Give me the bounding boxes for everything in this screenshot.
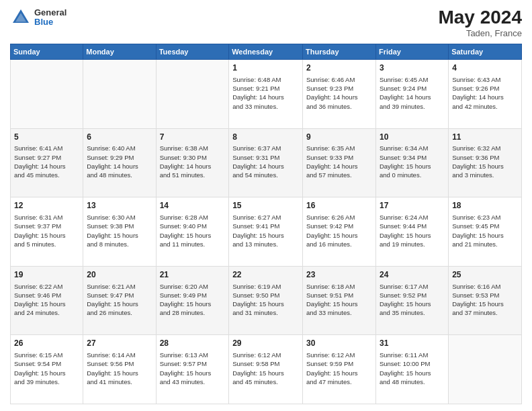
day-info: Sunrise: 6:48 AM Sunset: 9:21 PM Dayligh… <box>232 75 299 111</box>
calendar-cell: 27Sunrise: 6:14 AM Sunset: 9:56 PM Dayli… <box>83 335 156 404</box>
day-number: 2 <box>306 62 372 74</box>
calendar-cell: 17Sunrise: 6:24 AM Sunset: 9:44 PM Dayli… <box>375 197 448 267</box>
day-info: Sunrise: 6:14 AM Sunset: 9:56 PM Dayligh… <box>87 351 152 386</box>
calendar-cell: 14Sunrise: 6:28 AM Sunset: 9:40 PM Dayli… <box>156 197 229 267</box>
calendar-cell: 13Sunrise: 6:30 AM Sunset: 9:38 PM Dayli… <box>83 197 156 267</box>
calendar-week-row: 26Sunrise: 6:15 AM Sunset: 9:54 PM Dayli… <box>11 335 522 404</box>
day-info: Sunrise: 6:19 AM Sunset: 9:50 PM Dayligh… <box>232 282 299 318</box>
day-info: Sunrise: 6:16 AM Sunset: 9:53 PM Dayligh… <box>452 282 518 318</box>
logo-general: General <box>34 8 66 17</box>
day-number: 22 <box>232 269 299 281</box>
col-friday: Friday <box>375 44 448 60</box>
calendar-cell: 7Sunrise: 6:38 AM Sunset: 9:30 PM Daylig… <box>156 128 229 197</box>
day-number: 18 <box>452 200 518 212</box>
calendar-cell: 10Sunrise: 6:34 AM Sunset: 9:34 PM Dayli… <box>375 128 448 197</box>
day-number: 10 <box>380 132 445 143</box>
logo-text: General Blue <box>34 8 66 28</box>
calendar-cell: 12Sunrise: 6:31 AM Sunset: 9:37 PM Dayli… <box>11 197 83 267</box>
day-info: Sunrise: 6:12 AM Sunset: 9:58 PM Dayligh… <box>232 351 299 386</box>
calendar-cell: 15Sunrise: 6:27 AM Sunset: 9:41 PM Dayli… <box>229 197 303 267</box>
day-info: Sunrise: 6:26 AM Sunset: 9:42 PM Dayligh… <box>306 213 372 248</box>
col-tuesday: Tuesday <box>156 44 229 60</box>
calendar-cell: 22Sunrise: 6:19 AM Sunset: 9:50 PM Dayli… <box>229 266 303 335</box>
day-info: Sunrise: 6:12 AM Sunset: 9:59 PM Dayligh… <box>306 351 372 386</box>
calendar-cell: 8Sunrise: 6:37 AM Sunset: 9:31 PM Daylig… <box>229 128 303 197</box>
day-info: Sunrise: 6:40 AM Sunset: 9:29 PM Dayligh… <box>87 144 152 179</box>
day-number: 27 <box>87 338 152 349</box>
day-number: 9 <box>306 132 372 143</box>
day-info: Sunrise: 6:24 AM Sunset: 9:44 PM Dayligh… <box>380 213 445 248</box>
location-title: Taden, France <box>438 28 522 38</box>
day-number: 12 <box>14 200 79 212</box>
day-number: 19 <box>14 269 79 281</box>
day-number: 15 <box>232 200 299 212</box>
col-sunday: Sunday <box>11 44 83 60</box>
calendar-cell: 3Sunrise: 6:45 AM Sunset: 9:24 PM Daylig… <box>375 60 448 129</box>
day-number: 8 <box>232 132 299 143</box>
month-year-title: May 2024 <box>438 7 522 28</box>
day-number: 23 <box>306 269 372 281</box>
day-number: 31 <box>380 338 445 349</box>
day-number: 17 <box>380 200 445 212</box>
day-info: Sunrise: 6:20 AM Sunset: 9:49 PM Dayligh… <box>160 282 226 318</box>
calendar-cell: 11Sunrise: 6:32 AM Sunset: 9:36 PM Dayli… <box>449 128 522 197</box>
calendar-cell: 4Sunrise: 6:43 AM Sunset: 9:26 PM Daylig… <box>449 60 522 129</box>
day-info: Sunrise: 6:37 AM Sunset: 9:31 PM Dayligh… <box>232 144 299 179</box>
day-info: Sunrise: 6:31 AM Sunset: 9:37 PM Dayligh… <box>14 213 79 248</box>
calendar-header: Sunday Monday Tuesday Wednesday Thursday… <box>11 44 522 60</box>
calendar-cell: 30Sunrise: 6:12 AM Sunset: 9:59 PM Dayli… <box>303 335 376 404</box>
day-info: Sunrise: 6:18 AM Sunset: 9:51 PM Dayligh… <box>306 282 372 318</box>
day-info: Sunrise: 6:11 AM Sunset: 10:00 PM Daylig… <box>380 351 445 386</box>
logo: General Blue <box>10 7 66 28</box>
calendar-cell: 26Sunrise: 6:15 AM Sunset: 9:54 PM Dayli… <box>11 335 83 404</box>
day-number: 11 <box>452 132 518 143</box>
col-monday: Monday <box>83 44 156 60</box>
logo-icon <box>10 7 32 28</box>
calendar-header-row: Sunday Monday Tuesday Wednesday Thursday… <box>11 44 522 60</box>
col-wednesday: Wednesday <box>229 44 303 60</box>
calendar-cell: 29Sunrise: 6:12 AM Sunset: 9:58 PM Dayli… <box>229 335 303 404</box>
day-info: Sunrise: 6:23 AM Sunset: 9:45 PM Dayligh… <box>452 213 518 248</box>
calendar-cell: 19Sunrise: 6:22 AM Sunset: 9:46 PM Dayli… <box>11 266 83 335</box>
calendar-cell: 5Sunrise: 6:41 AM Sunset: 9:27 PM Daylig… <box>11 128 83 197</box>
day-info: Sunrise: 6:28 AM Sunset: 9:40 PM Dayligh… <box>160 213 226 248</box>
calendar-cell: 25Sunrise: 6:16 AM Sunset: 9:53 PM Dayli… <box>449 266 522 335</box>
day-info: Sunrise: 6:21 AM Sunset: 9:47 PM Dayligh… <box>87 282 152 318</box>
calendar-table: Sunday Monday Tuesday Wednesday Thursday… <box>10 44 522 404</box>
day-number: 21 <box>160 269 226 281</box>
day-info: Sunrise: 6:45 AM Sunset: 9:24 PM Dayligh… <box>380 75 445 111</box>
day-number: 16 <box>306 200 372 212</box>
calendar-week-row: 12Sunrise: 6:31 AM Sunset: 9:37 PM Dayli… <box>11 197 522 267</box>
day-number: 29 <box>232 338 299 349</box>
calendar-cell <box>156 60 229 129</box>
day-number: 4 <box>452 62 518 74</box>
calendar-cell <box>449 335 522 404</box>
calendar-week-row: 19Sunrise: 6:22 AM Sunset: 9:46 PM Dayli… <box>11 266 522 335</box>
day-number: 26 <box>14 338 79 349</box>
calendar-cell: 2Sunrise: 6:46 AM Sunset: 9:23 PM Daylig… <box>303 60 376 129</box>
day-number: 3 <box>380 62 445 74</box>
calendar-cell: 20Sunrise: 6:21 AM Sunset: 9:47 PM Dayli… <box>83 266 156 335</box>
day-number: 7 <box>160 132 226 143</box>
title-block: May 2024 Taden, France <box>438 7 522 38</box>
day-info: Sunrise: 6:27 AM Sunset: 9:41 PM Dayligh… <box>232 213 299 248</box>
calendar-cell: 21Sunrise: 6:20 AM Sunset: 9:49 PM Dayli… <box>156 266 229 335</box>
col-saturday: Saturday <box>449 44 522 60</box>
day-info: Sunrise: 6:41 AM Sunset: 9:27 PM Dayligh… <box>14 144 79 179</box>
day-number: 30 <box>306 338 372 349</box>
day-info: Sunrise: 6:32 AM Sunset: 9:36 PM Dayligh… <box>452 144 518 179</box>
day-number: 6 <box>87 132 152 143</box>
calendar-week-row: 1Sunrise: 6:48 AM Sunset: 9:21 PM Daylig… <box>11 60 522 129</box>
day-number: 28 <box>160 338 226 349</box>
col-thursday: Thursday <box>303 44 376 60</box>
calendar-body: 1Sunrise: 6:48 AM Sunset: 9:21 PM Daylig… <box>11 60 522 404</box>
day-info: Sunrise: 6:17 AM Sunset: 9:52 PM Dayligh… <box>380 282 445 318</box>
day-info: Sunrise: 6:15 AM Sunset: 9:54 PM Dayligh… <box>14 351 79 386</box>
day-number: 13 <box>87 200 152 212</box>
calendar-cell: 16Sunrise: 6:26 AM Sunset: 9:42 PM Dayli… <box>303 197 376 267</box>
day-info: Sunrise: 6:35 AM Sunset: 9:33 PM Dayligh… <box>306 144 372 179</box>
day-number: 5 <box>14 132 79 143</box>
calendar-cell <box>11 60 83 129</box>
logo-blue: Blue <box>34 17 66 27</box>
day-number: 1 <box>232 62 299 74</box>
